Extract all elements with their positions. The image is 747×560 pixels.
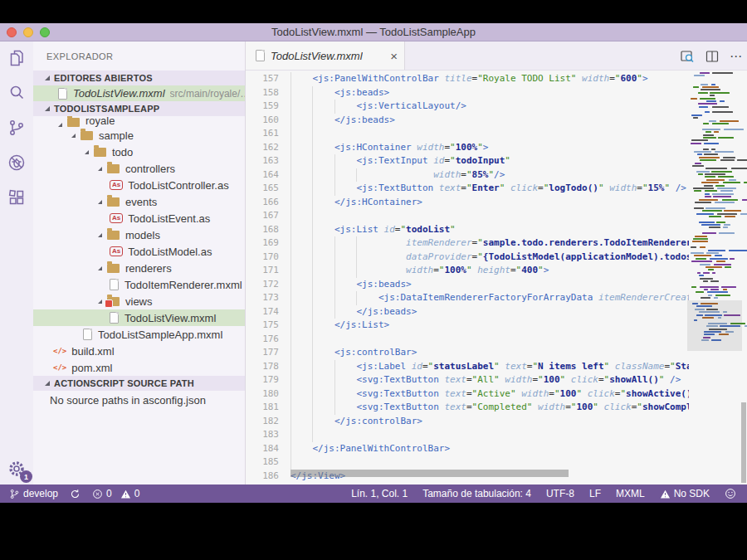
tree-item-todolistsampleapp-mxml[interactable]: TodoListSampleApp.mxml <box>33 326 245 343</box>
letterbox-bottom <box>0 503 747 560</box>
file-icon <box>256 50 265 61</box>
folder-icon <box>67 118 80 127</box>
close-window-button[interactable] <box>7 27 17 37</box>
language-mode-status[interactable]: MXML <box>613 485 647 503</box>
tree-item-royale[interactable]: royale <box>33 116 245 127</box>
xml-file-icon: </> <box>53 363 66 372</box>
code-line: 172 <js:beads> <box>246 278 689 292</box>
sync-button[interactable] <box>67 485 83 503</box>
tree-item-label: TodoListModel.as <box>128 246 212 258</box>
open-editor-item-todolistview-mxml[interactable]: TodoListView.mxmlsrc/main/royale/… <box>33 85 245 101</box>
settings-gear-button[interactable]: 1 <box>6 458 27 480</box>
line-number: 175 <box>246 319 279 333</box>
code-line: 159 <js:VerticalLayout/> <box>246 100 689 114</box>
tree-item-todo[interactable]: todo <box>33 144 245 160</box>
code-line: 170 dataProvider="{TodoListModel(applica… <box>246 251 689 265</box>
tab-todolistview[interactable]: TodoListView.mxml × <box>246 41 405 70</box>
minimap[interactable] <box>689 72 740 485</box>
file-icon <box>110 312 119 324</box>
actionscript-file-icon: As <box>110 246 123 256</box>
tree-item-sample[interactable]: sample <box>33 127 245 144</box>
close-tab-icon[interactable]: × <box>390 50 398 62</box>
section-source-path[interactable]: ACTIONSCRIPT SOURCE PATH <box>33 376 245 391</box>
line-number: 176 <box>246 333 279 347</box>
debug-disabled-icon[interactable] <box>7 153 27 173</box>
line-number: 167 <box>246 209 279 223</box>
line-number: 157 <box>246 72 279 86</box>
warning-icon <box>660 489 671 499</box>
line-number: 186 <box>246 470 279 484</box>
line-number: 177 <box>246 346 279 360</box>
git-branch-status[interactable]: develop <box>7 485 61 503</box>
section-project[interactable]: TODOLISTSAMPLEAPP <box>33 101 245 116</box>
problems-status[interactable]: 0 0 <box>90 485 142 503</box>
tree-item-label: controllers <box>125 163 175 175</box>
folder-icon <box>107 197 120 207</box>
tree-item-todolistcontroller-as[interactable]: AsTodoListController.as <box>33 177 245 193</box>
explorer-icon[interactable] <box>7 48 27 68</box>
tree-item-pom-xml[interactable]: </>pom.xml <box>33 359 245 376</box>
open-preview-icon[interactable] <box>680 49 695 64</box>
extensions-icon[interactable] <box>7 187 27 207</box>
tree-item-todolistmodel-as[interactable]: AsTodoListModel.as <box>33 243 245 260</box>
section-open-editors[interactable]: EDITORES ABIERTOS <box>33 71 245 85</box>
horizontal-scrollbar-thumb[interactable] <box>290 470 569 477</box>
sdk-status[interactable]: No SDK <box>657 485 712 503</box>
line-number: 160 <box>246 114 279 128</box>
line-number: 159 <box>246 100 279 114</box>
zoom-window-button[interactable] <box>40 27 50 37</box>
code-line: 160 </js:beads> <box>246 114 689 128</box>
tree-item-models[interactable]: models <box>33 226 245 243</box>
code-line: 166 </js:HContainer> <box>246 196 689 210</box>
tree-item-label: TodoListView.mxml <box>124 312 216 324</box>
sidebar-explorer: EXPLORADOR EDITORES ABIERTOS TodoListVie… <box>33 41 246 485</box>
code-editor[interactable]: 157 <js:PanelWithControlBar title="Royal… <box>246 71 747 485</box>
activity-bar: 1 <box>0 41 33 485</box>
branch-icon <box>9 489 20 499</box>
chevron-expanded-icon <box>45 381 50 386</box>
open-editor-label: TodoListView.mxml <box>73 87 165 100</box>
line-number: 161 <box>246 127 279 141</box>
line-number: 166 <box>246 196 279 210</box>
line-number: 179 <box>246 373 279 387</box>
line-number: 158 <box>246 86 279 100</box>
chevron-expanded-icon <box>98 200 102 204</box>
letterbox-top <box>0 0 747 23</box>
minimize-window-button[interactable] <box>23 27 33 37</box>
vertical-scrollbar-thumb[interactable] <box>741 402 746 483</box>
split-editor-icon[interactable] <box>705 49 720 64</box>
search-icon[interactable] <box>7 83 27 103</box>
tree-item-label: royale <box>85 116 115 127</box>
tree-item-todoitemrenderer-mxml[interactable]: TodoItemRenderer.mxml <box>33 276 245 293</box>
code-line: 175 </js:List> <box>246 319 689 333</box>
code-line: 163 <js:TextInput id="todoInput" <box>246 154 689 168</box>
chevron-expanded-icon <box>85 150 89 154</box>
sidebar-title: EXPLORADOR <box>33 41 245 71</box>
cursor-position-status[interactable]: Lín. 1, Col. 1 <box>349 485 410 503</box>
tree-item-todolistview-mxml[interactable]: TodoListView.mxml <box>33 309 245 326</box>
eol-status[interactable]: LF <box>587 485 603 503</box>
encoding-status[interactable]: UTF-8 <box>544 485 577 503</box>
tree-item-renderers[interactable]: renderers <box>33 260 245 276</box>
tree-item-controllers[interactable]: controllers <box>33 160 245 177</box>
folder-icon <box>107 264 120 273</box>
code-line: 162 <js:HContainer width="100%"> <box>246 141 689 155</box>
line-number: 164 <box>246 168 279 183</box>
traffic-lights <box>7 23 50 41</box>
folder-icon <box>94 148 106 157</box>
file-tree: royalesampletodocontrollersAsTodoListCon… <box>33 116 245 376</box>
open-editor-path: src/main/royale/… <box>170 88 245 100</box>
chevron-expanded-icon <box>58 123 62 127</box>
chevron-expanded-icon <box>98 266 102 270</box>
tree-item-events[interactable]: events <box>33 193 245 210</box>
titlebar: TodoListView.mxml — TodoListSampleApp <box>0 23 747 41</box>
source-control-icon[interactable] <box>7 118 27 138</box>
tab-size-status[interactable]: Tamaño de tabulación: 4 <box>420 485 534 503</box>
tree-item-todolistevent-as[interactable]: AsTodoListEvent.as <box>33 210 245 226</box>
feedback-button[interactable] <box>722 485 739 503</box>
more-actions-icon[interactable]: ⋯ <box>730 49 742 64</box>
line-number: 169 <box>246 236 279 251</box>
tree-item-views[interactable]: views <box>33 293 245 309</box>
actionscript-file-icon: As <box>110 213 123 223</box>
tree-item-build-xml[interactable]: </>build.xml <box>33 343 245 359</box>
